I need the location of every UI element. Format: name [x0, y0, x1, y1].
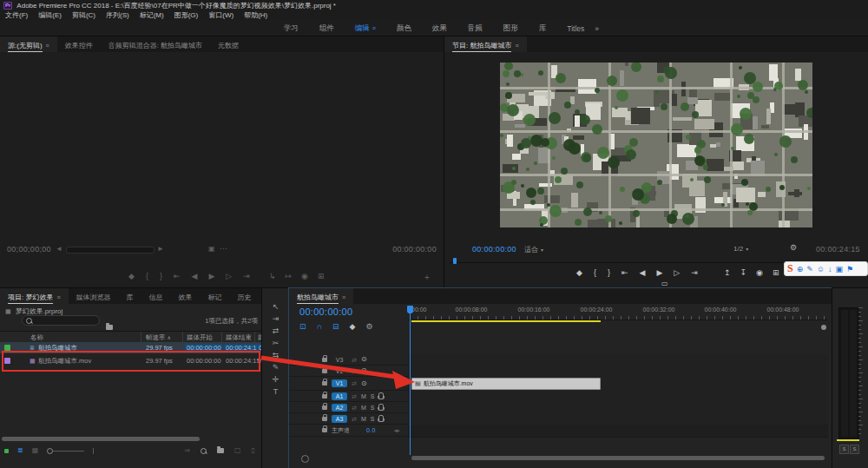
comparison-view-icon[interactable]: ⊞: [773, 269, 779, 277]
mark-in-icon[interactable]: {: [594, 269, 596, 277]
thumbnail-zoom-slider[interactable]: [47, 448, 94, 454]
play-icon[interactable]: ▶: [656, 269, 662, 277]
mark-out-icon[interactable]: }: [160, 273, 162, 280]
workspace-tab-learning[interactable]: 学习: [284, 23, 299, 34]
mute-button[interactable]: M: [361, 405, 366, 411]
project-row-movie[interactable]: ▦ 航拍鸟瞰城市.mov 29.97 fps 00:00:00:00 00:00…: [0, 354, 262, 367]
go-to-in-icon[interactable]: ⇤: [621, 269, 628, 277]
menu-file[interactable]: 文件(F): [5, 10, 28, 20]
linked-selection-icon[interactable]: ⊟: [332, 323, 339, 331]
selection-tool-icon[interactable]: ↖: [262, 300, 289, 313]
workspace-tab-titles[interactable]: Titles: [567, 24, 584, 33]
workspace-tab-assembly[interactable]: 组件: [319, 23, 334, 34]
track-lane-a3[interactable]: [408, 413, 828, 425]
sync-lock-icon[interactable]: ⇄: [352, 393, 357, 399]
track-select-forward-tool-icon[interactable]: ⇥: [262, 313, 289, 325]
step-forward-icon[interactable]: ▷: [674, 269, 680, 277]
find-icon[interactable]: [201, 448, 207, 454]
project-search-input[interactable]: [22, 315, 100, 326]
tab-project[interactable]: 项目: 梦幻效果≡: [0, 288, 69, 304]
timeline-settings-wrench-icon[interactable]: ⚙: [365, 323, 372, 331]
track-lane-v2[interactable]: [408, 366, 828, 378]
list-view-icon[interactable]: ≣: [17, 447, 23, 454]
track-lane-v3[interactable]: [408, 354, 828, 366]
lift-icon[interactable]: ↥: [724, 269, 731, 277]
slider-knob[interactable]: [47, 448, 53, 454]
label-color-chip[interactable]: [4, 358, 10, 364]
timeline-timecode[interactable]: 00:00:00:00: [299, 307, 352, 317]
step-back-icon[interactable]: ◀: [192, 273, 198, 280]
sync-lock-icon[interactable]: ⇄: [352, 380, 357, 386]
nest-toggle-icon[interactable]: ⊡: [299, 323, 306, 331]
track-target-a2[interactable]: A2: [332, 404, 347, 412]
track-header-a3[interactable]: A3 ⇄ M S: [289, 413, 408, 425]
menu-help[interactable]: 帮助(H): [244, 10, 267, 20]
panel-menu-icon[interactable]: ≡: [46, 43, 49, 49]
track-lock-icon[interactable]: [322, 405, 327, 410]
track-header-v3[interactable]: V3 ⇄ ⊙: [289, 354, 408, 366]
voiceover-record-icon[interactable]: [378, 392, 384, 399]
extract-icon[interactable]: ↧: [740, 269, 747, 277]
capture-overlay-toolbar[interactable]: S ⊕ ✎ ☺ ↓ ▣ ⚑: [784, 261, 868, 276]
type-tool-icon[interactable]: T: [262, 386, 289, 398]
screen-icon[interactable]: ▣: [835, 265, 843, 274]
track-header-a2[interactable]: A2 ⇄ M S: [289, 402, 408, 413]
track-target-v2[interactable]: V2: [332, 367, 347, 375]
tab-libraries[interactable]: 库: [119, 288, 141, 304]
track-target-v3[interactable]: V3: [332, 356, 347, 364]
zoom-scroll-right-icon[interactable]: ►: [157, 245, 164, 253]
playback-resolution-dropdown[interactable]: 1/2▾: [733, 245, 748, 253]
emoji-icon[interactable]: ☺: [817, 265, 825, 274]
project-row-sequence[interactable]: ≣ 航拍鸟瞰城市 29.97 fps 00:00:00:00 00:00:24:…: [0, 342, 262, 353]
new-item-icon[interactable]: ▢: [234, 447, 241, 454]
step-forward-icon[interactable]: ▷: [226, 273, 232, 280]
track-lock-icon[interactable]: [322, 394, 327, 399]
track-lock-icon[interactable]: [322, 428, 327, 432]
label-color-chip[interactable]: [4, 345, 10, 351]
program-playhead[interactable]: [453, 258, 457, 264]
track-output-eye-icon[interactable]: ⊙: [361, 380, 367, 387]
voiceover-record-icon[interactable]: [378, 415, 384, 422]
go-to-in-icon[interactable]: ⇤: [174, 273, 181, 280]
solo-right-button[interactable]: S: [850, 445, 859, 454]
transport-settings-icon[interactable]: ▭: [661, 280, 668, 287]
tab-markers[interactable]: 标记: [201, 288, 230, 304]
sync-lock-icon[interactable]: ⇄: [352, 357, 357, 363]
column-framerate[interactable]: 帧速率 ∧: [146, 333, 171, 342]
track-header-a1[interactable]: A1 ⇄ M S: [289, 391, 408, 402]
voiceover-record-icon[interactable]: [378, 404, 384, 411]
work-area-handle[interactable]: [821, 325, 826, 330]
menu-markers[interactable]: 标记(M): [140, 10, 164, 20]
razor-tool-icon[interactable]: ✂: [262, 337, 289, 349]
track-lock-icon[interactable]: [322, 381, 327, 386]
playhead-handle[interactable]: [407, 306, 413, 313]
export-frame-icon[interactable]: ◉: [756, 269, 763, 277]
tab-history[interactable]: 历史: [230, 288, 260, 304]
mute-button[interactable]: M: [361, 393, 366, 399]
track-header-v1[interactable]: V1 ⇄ ⊙: [289, 377, 408, 391]
clear-trash-icon[interactable]: ▯: [252, 447, 255, 454]
export-frame-icon[interactable]: ◉: [301, 273, 308, 280]
project-horizontal-scrollbar[interactable]: [2, 437, 200, 441]
track-lock-icon[interactable]: [322, 358, 327, 362]
add-marker-icon[interactable]: ◆: [576, 269, 582, 277]
tab-info[interactable]: 信息: [141, 288, 171, 304]
menu-window[interactable]: 窗口(W): [208, 10, 233, 20]
track-lane-v1[interactable]: fx 航拍鸟瞰城市.mov: [408, 377, 828, 392]
tab-sequence[interactable]: 航拍鸟瞰城市≡: [289, 288, 353, 304]
step-back-icon[interactable]: ◀: [640, 269, 646, 277]
panel-menu-icon[interactable]: ≡: [342, 294, 345, 300]
tab-source[interactable]: 源:(无剪辑)≡: [0, 36, 57, 52]
column-media-start[interactable]: 媒体开始: [187, 333, 213, 342]
add-marker-icon[interactable]: ◆: [350, 323, 356, 331]
icon-view-icon[interactable]: ▦: [32, 447, 39, 454]
mark-out-icon[interactable]: }: [608, 269, 610, 277]
comparison-view-icon[interactable]: ⊞: [318, 273, 325, 280]
insert-icon[interactable]: ↳: [269, 273, 276, 280]
workspace-tab-effects[interactable]: 效果: [432, 23, 447, 34]
button-editor-plus[interactable]: +: [424, 273, 430, 282]
tab-metadata[interactable]: 元数据: [210, 36, 247, 52]
workspace-tab-graphics[interactable]: 图形: [503, 23, 518, 34]
add-marker-icon[interactable]: ◆: [128, 273, 135, 280]
keyframe-nav-icon[interactable]: ◂▸: [394, 427, 400, 433]
